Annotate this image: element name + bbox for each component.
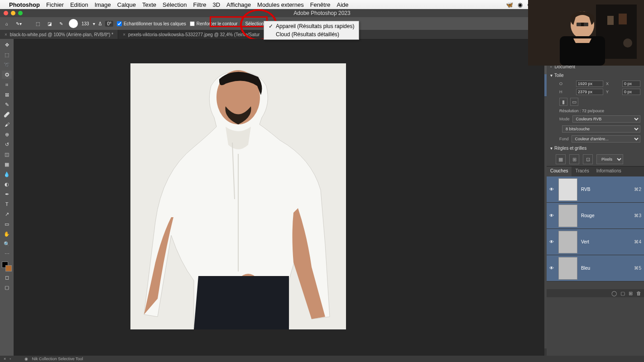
bit-depth-select[interactable]: 8 bits/couche: [562, 125, 640, 133]
sample-all-input[interactable]: [117, 21, 122, 26]
eyedropper-tool-icon[interactable]: ✎: [2, 100, 12, 109]
channel-row[interactable]: 👁 Rouge ⌘3: [547, 203, 644, 229]
menu-filtre[interactable]: Filtre: [193, 1, 207, 8]
menu-image[interactable]: Image: [95, 1, 111, 8]
channel-row[interactable]: 👁 RVB ⌘2: [547, 176, 644, 203]
background-select[interactable]: Couleur d'arrière...: [572, 135, 640, 143]
close-tab-icon[interactable]: ×: [5, 32, 7, 37]
grid-icon[interactable]: ⊞: [569, 154, 579, 164]
frame-tool-icon[interactable]: ⊠: [2, 90, 12, 99]
status-icon[interactable]: ◉: [518, 1, 523, 8]
width-input[interactable]: [576, 81, 603, 87]
paths-tab[interactable]: Tracés: [572, 167, 592, 176]
info-tab[interactable]: Informations: [593, 167, 625, 176]
document-canvas[interactable]: [130, 63, 346, 329]
close-tab-icon[interactable]: ×: [123, 32, 125, 37]
eraser-tool-icon[interactable]: ◫: [2, 150, 12, 158]
gradient-tool-icon[interactable]: ▦: [2, 160, 12, 168]
blur-tool-icon[interactable]: 💧: [2, 170, 12, 178]
menu-calque[interactable]: Calque: [117, 1, 136, 8]
zoom-button[interactable]: [18, 11, 23, 15]
channel-row[interactable]: 👁 Vert ⌘4: [547, 229, 644, 255]
move-tool-icon[interactable]: ✥: [2, 41, 12, 49]
intersect-selection-icon[interactable]: ✎: [57, 19, 65, 28]
visibility-icon[interactable]: 👁: [549, 266, 555, 271]
orientation-portrait-icon[interactable]: ▮: [559, 98, 567, 106]
menu-aide[interactable]: Aide: [336, 1, 348, 8]
close-icon[interactable]: ×: [4, 357, 6, 361]
menu-fichier[interactable]: Fichier: [46, 1, 64, 8]
marquee-tool-icon[interactable]: ⬚: [2, 51, 12, 59]
load-selection-icon[interactable]: ◯: [611, 291, 617, 296]
brush-tool-icon[interactable]: 🖌: [2, 120, 12, 129]
path-tool-icon[interactable]: ↗: [2, 210, 12, 218]
x-label: X: [606, 81, 620, 86]
color-swatches[interactable]: [2, 262, 12, 272]
menu-3d[interactable]: 3D: [212, 1, 220, 8]
crop-tool-icon[interactable]: ⌗: [2, 81, 12, 89]
ruler-icon[interactable]: ▦: [556, 154, 566, 164]
expand-icon[interactable]: ▫: [10, 357, 11, 361]
quickmask-icon[interactable]: ◻: [2, 273, 12, 281]
disclosure-icon[interactable]: ▾: [550, 146, 553, 151]
visibility-icon[interactable]: 👁: [549, 239, 555, 244]
lasso-tool-icon[interactable]: ➰: [2, 61, 12, 69]
disclosure-icon[interactable]: ▾: [550, 73, 553, 78]
brush-swatch[interactable]: [69, 19, 78, 28]
app-name[interactable]: Photoshop: [9, 1, 40, 8]
dropdown-item-device[interactable]: Appareil (Résultats plus rapides): [264, 22, 359, 30]
stamp-tool-icon[interactable]: ⊕: [2, 130, 12, 138]
trash-icon[interactable]: 🗑: [636, 291, 641, 296]
hand-tool-icon[interactable]: ✋: [2, 230, 12, 238]
brush-size: 133: [82, 21, 89, 26]
menu-selection[interactable]: Sélection: [163, 1, 187, 8]
status-icon[interactable]: 🦋: [506, 1, 513, 8]
add-selection-icon[interactable]: ◪: [45, 19, 53, 28]
y-input[interactable]: [622, 89, 640, 95]
edit-toolbar-icon[interactable]: ⋯: [2, 250, 12, 258]
screenmode-icon[interactable]: ▢: [2, 283, 12, 291]
height-input[interactable]: [576, 89, 603, 95]
dodge-tool-icon[interactable]: ◐: [2, 180, 12, 188]
type-tool-icon[interactable]: T: [2, 200, 12, 208]
nik-label[interactable]: Nik Collection Selective Tool: [32, 357, 83, 361]
close-button[interactable]: [4, 11, 8, 15]
document-tab[interactable]: × black-to-white.psd @ 100% (Arrière-pla…: [0, 30, 118, 39]
new-channel-icon[interactable]: ⊞: [629, 291, 633, 296]
sample-all-checkbox[interactable]: Echantillonner tous les calques: [117, 21, 186, 26]
quick-selection-tool-icon[interactable]: ✪: [2, 71, 12, 79]
visibility-icon[interactable]: 👁: [549, 213, 555, 218]
channel-row[interactable]: 👁 Bleu ⌘5: [547, 255, 644, 281]
menu-modules[interactable]: Modules externes: [257, 1, 304, 8]
healing-tool-icon[interactable]: 🩹: [2, 110, 12, 119]
channels-tab[interactable]: Couches: [547, 167, 572, 176]
units-select[interactable]: Pixels: [596, 154, 623, 164]
zoom-tool-icon[interactable]: 🔍: [2, 240, 12, 248]
home-icon[interactable]: ⌂: [3, 19, 11, 28]
canvas-area[interactable]: [14, 39, 544, 357]
channel-thumbnail: [558, 178, 577, 201]
menu-affichage[interactable]: Affichage: [226, 1, 251, 8]
menu-texte[interactable]: Texte: [142, 1, 156, 8]
angle-value[interactable]: 0°: [105, 21, 113, 27]
tool-preset-icon[interactable]: ✎▾: [14, 19, 23, 28]
pen-tool-icon[interactable]: ✒: [2, 190, 12, 198]
subtract-selection-icon[interactable]: ⬚: [34, 19, 42, 28]
channel-name: RVB: [581, 187, 590, 192]
save-selection-icon[interactable]: ▢: [620, 291, 625, 296]
menu-fenetre[interactable]: Fenêtre: [310, 1, 331, 8]
minimize-button[interactable]: [11, 11, 15, 15]
color-mode-select[interactable]: Couleurs RVB: [572, 115, 640, 123]
dropdown-item-cloud[interactable]: Cloud (Résultats détaillés): [264, 30, 359, 38]
shape-tool-icon[interactable]: ▭: [2, 220, 12, 228]
history-brush-icon[interactable]: ↺: [2, 140, 12, 148]
enhance-edge-input[interactable]: [190, 21, 195, 26]
channel-name: Rouge: [581, 213, 594, 218]
x-input[interactable]: [622, 81, 640, 87]
orientation-landscape-icon[interactable]: ▭: [570, 98, 578, 106]
guides-icon[interactable]: ⊡: [583, 154, 593, 164]
visibility-icon[interactable]: 👁: [549, 187, 555, 192]
chevron-down-icon[interactable]: ▾: [93, 21, 95, 26]
tab-label: black-to-white.psd @ 100% (Arrière-plan,…: [10, 32, 113, 37]
menu-edition[interactable]: Edition: [70, 1, 88, 8]
